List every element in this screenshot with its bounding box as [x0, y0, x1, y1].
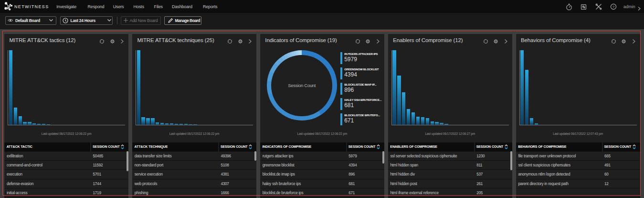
svg-text:?: ?: [612, 4, 614, 9]
